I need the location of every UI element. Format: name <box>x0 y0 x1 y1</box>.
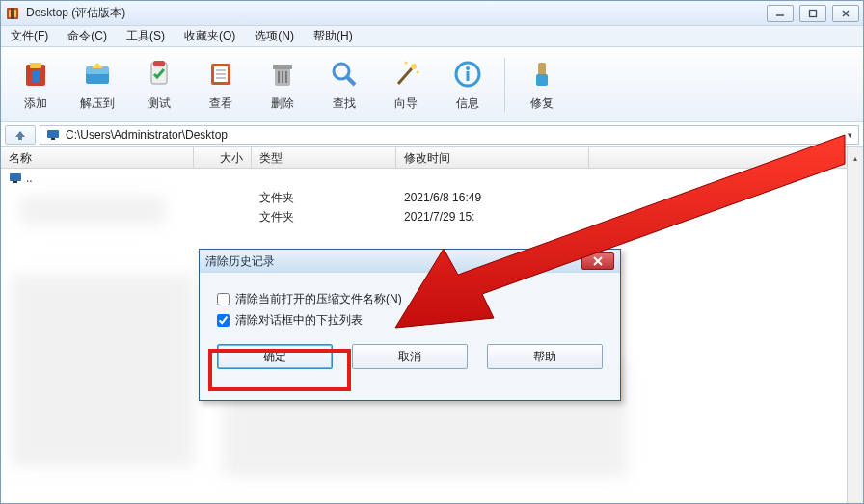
tool-wizard[interactable]: 向导 <box>377 51 435 119</box>
list-row-up[interactable]: .. <box>1 169 863 188</box>
checkbox-label: 清除当前打开的压缩文件名称(N) <box>235 291 402 307</box>
wizard-icon <box>389 57 423 92</box>
tool-label: 删除 <box>271 95 294 112</box>
address-dropdown[interactable]: ▾ <box>843 127 856 143</box>
up-button[interactable] <box>5 125 36 145</box>
svg-rect-35 <box>47 130 59 138</box>
close-icon <box>592 256 604 266</box>
vertical-scrollbar[interactable] <box>847 169 863 503</box>
help-button[interactable]: 帮助 <box>487 344 603 369</box>
svg-rect-36 <box>51 138 55 140</box>
toolbar-separator <box>504 58 505 112</box>
svg-rect-32 <box>467 71 470 81</box>
row-date: 2021/7/29 15: <box>396 210 589 224</box>
col-date[interactable]: 修改时间 <box>396 147 589 168</box>
svg-point-31 <box>466 66 470 70</box>
svg-point-24 <box>334 64 349 79</box>
check-clear-dropdown-lists[interactable]: 清除对话框中的下拉列表 <box>217 309 603 331</box>
col-spacer <box>589 147 863 168</box>
menubar: 文件(F) 命令(C) 工具(S) 收藏夹(O) 选项(N) 帮助(H) <box>1 26 863 47</box>
tool-repair[interactable]: 修复 <box>513 51 571 119</box>
menu-help[interactable]: 帮助(H) <box>304 26 363 46</box>
svg-rect-2 <box>11 8 14 19</box>
checkbox-2[interactable] <box>217 314 230 327</box>
dialog-close-button[interactable] <box>581 252 614 270</box>
listview-header: 名称 大小 类型 修改时间 ▴ <box>1 147 863 169</box>
window-buttons <box>767 5 859 22</box>
svg-rect-9 <box>32 70 40 82</box>
monitor-icon <box>9 172 22 184</box>
dialog-buttons: 确定 取消 帮助 <box>200 331 620 369</box>
privacy-blur <box>20 196 165 225</box>
svg-line-26 <box>398 68 412 84</box>
tool-test[interactable]: 测试 <box>130 51 188 119</box>
dialog-body: 清除当前打开的压缩文件名称(N) 清除对话框中的下拉列表 <box>200 273 620 331</box>
svg-line-25 <box>347 77 355 85</box>
ok-button[interactable]: 确定 <box>217 344 333 369</box>
titlebar: Desktop (评估版本) <box>1 1 863 26</box>
view-icon <box>203 57 238 92</box>
extract-icon <box>80 57 115 92</box>
svg-point-29 <box>417 71 419 74</box>
toolbar: 添加 解压到 测试 查看 删除 <box>1 47 863 122</box>
clear-history-dialog: 清除历史记录 清除当前打开的压缩文件名称(N) 清除对话框中的下拉列表 确定 取… <box>199 249 621 401</box>
tool-find[interactable]: 查找 <box>315 51 373 119</box>
tool-view[interactable]: 查看 <box>192 51 250 119</box>
menu-tools[interactable]: 工具(S) <box>117 26 175 46</box>
tool-label: 测试 <box>148 95 171 112</box>
cancel-button[interactable]: 取消 <box>352 344 468 369</box>
row-type: 文件夹 <box>252 190 396 206</box>
scroll-up-button[interactable]: ▴ <box>847 147 863 169</box>
check-clear-archive-names[interactable]: 清除当前打开的压缩文件名称(N) <box>217 288 603 309</box>
test-icon <box>142 57 176 92</box>
dialog-title: 清除历史记录 <box>205 253 275 270</box>
find-icon <box>327 57 362 92</box>
tool-info[interactable]: 信息 <box>439 51 497 119</box>
maximize-button[interactable] <box>799 5 826 22</box>
svg-rect-33 <box>538 63 546 76</box>
delete-icon <box>265 57 300 92</box>
svg-rect-37 <box>10 173 21 181</box>
menu-command[interactable]: 命令(C) <box>58 26 117 46</box>
window-title: Desktop (评估版本) <box>26 5 767 21</box>
minimize-button[interactable] <box>767 5 794 22</box>
address-input[interactable]: C:\Users\Administrator\Desktop ▾ <box>40 125 859 145</box>
checkbox-label: 清除对话框中的下拉列表 <box>235 312 363 329</box>
menu-fav[interactable]: 收藏夹(O) <box>175 26 245 46</box>
col-name[interactable]: 名称 <box>1 147 194 168</box>
tool-extract[interactable]: 解压到 <box>68 51 126 119</box>
app-icon <box>5 6 20 21</box>
svg-rect-34 <box>536 74 548 86</box>
tool-label: 查找 <box>333 95 356 112</box>
row-type: 文件夹 <box>252 209 396 225</box>
close-button[interactable] <box>832 5 859 22</box>
up-arrow-icon <box>14 129 27 141</box>
svg-rect-38 <box>14 181 17 183</box>
tool-add[interactable]: 添加 <box>7 51 65 119</box>
col-size[interactable]: 大小 <box>194 147 252 168</box>
menu-file[interactable]: 文件(F) <box>1 26 58 46</box>
svg-rect-8 <box>30 63 41 68</box>
svg-rect-20 <box>273 65 292 69</box>
svg-point-28 <box>405 62 408 65</box>
repair-icon <box>525 57 559 92</box>
row-name: .. <box>26 172 33 185</box>
dialog-titlebar: 清除历史记录 <box>200 250 620 273</box>
address-bar: C:\Users\Administrator\Desktop ▾ <box>1 122 863 147</box>
privacy-blur <box>11 275 194 467</box>
address-path: C:\Users\Administrator\Desktop <box>66 128 228 142</box>
monitor-icon <box>46 129 60 141</box>
tool-label: 查看 <box>209 95 232 112</box>
checkbox-1[interactable] <box>217 293 230 305</box>
menu-options[interactable]: 选项(N) <box>245 26 304 46</box>
tool-label: 添加 <box>24 95 47 112</box>
info-icon <box>450 57 485 92</box>
svg-rect-4 <box>810 10 817 16</box>
row-date: 2021/6/8 16:49 <box>396 191 589 204</box>
col-type[interactable]: 类型 <box>252 147 396 168</box>
add-archive-icon <box>18 57 53 92</box>
tool-label: 解压到 <box>80 95 115 112</box>
svg-rect-13 <box>153 61 165 66</box>
tool-delete[interactable]: 删除 <box>254 51 311 119</box>
svg-point-27 <box>411 64 417 69</box>
